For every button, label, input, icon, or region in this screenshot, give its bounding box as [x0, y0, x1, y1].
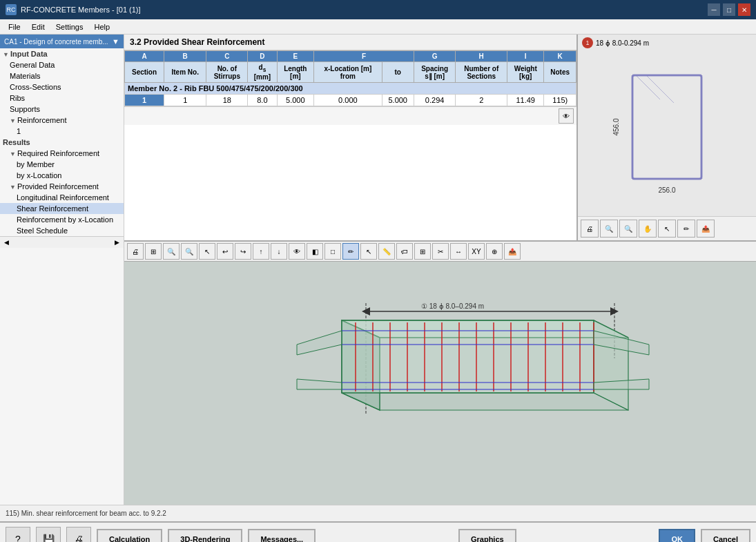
- cell-spacing: 0.294: [414, 95, 456, 106]
- sidebar-dropdown-arrow[interactable]: ▼: [112, 37, 119, 46]
- gt-rotate-left-button[interactable]: ↩: [217, 243, 233, 260]
- svg-text:① 18 ϕ 8.0–0.294 m: ① 18 ϕ 8.0–0.294 m: [421, 302, 484, 310]
- sidebar-item-supports[interactable]: Supports: [0, 104, 124, 115]
- table-row[interactable]: 1 1 18 8.0 5.000 0.000 5.000 0.294 2 11.…: [125, 95, 576, 106]
- col-f-header: F: [314, 51, 414, 62]
- gt-print-button[interactable]: 🖨: [127, 243, 144, 260]
- cancel-button[interactable]: Cancel: [701, 529, 750, 542]
- help-icon-button[interactable]: ?: [6, 527, 30, 542]
- print-icon-button[interactable]: 🖨: [66, 527, 91, 542]
- sidebar-header[interactable]: CA1 - Design of concrete memb... ▼: [0, 35, 124, 48]
- cs-pencil-button[interactable]: ✏: [677, 220, 695, 238]
- gt-zoom-out-button[interactable]: 🔍: [181, 243, 197, 260]
- status-bar: 115) Min. shear reinforcement for beam a…: [0, 505, 756, 521]
- sidebar-item-results[interactable]: Results: [0, 137, 124, 148]
- menu-help[interactable]: Help: [88, 21, 115, 32]
- title-bar: RC RF-CONCRETE Members - [01 (1)] ─ □ ✕: [0, 0, 756, 19]
- gt-pencil-button[interactable]: ✏: [342, 243, 359, 260]
- gt-view-button[interactable]: 👁: [289, 243, 305, 260]
- menu-settings[interactable]: Settings: [50, 21, 89, 32]
- rendering-button[interactable]: 3D-Rendering: [168, 529, 242, 542]
- gt-rotate-right-button[interactable]: ↪: [235, 243, 251, 260]
- calculation-button[interactable]: Calculation: [97, 529, 162, 542]
- sidebar-item-ribs[interactable]: Ribs: [0, 93, 124, 104]
- col-c-header: C: [206, 51, 248, 62]
- cs-export-button[interactable]: 📤: [697, 220, 715, 238]
- data-table: A B C D E F G H I K: [124, 50, 576, 106]
- svg-marker-38: [297, 379, 342, 389]
- sidebar-item-reinforcement-by-x-location[interactable]: Reinforcement by x-Location: [0, 214, 124, 225]
- gt-export2-button[interactable]: 📤: [504, 243, 521, 260]
- scroll-left-button[interactable]: ◀: [1, 238, 12, 246]
- sidebar-item-general-data[interactable]: General Data: [0, 59, 124, 70]
- svg-text:456.0: 456.0: [612, 118, 620, 135]
- gt-section-button[interactable]: ✂: [432, 243, 449, 260]
- maximize-button[interactable]: □: [723, 3, 735, 16]
- gt-label-button[interactable]: 🏷: [396, 243, 413, 260]
- col-i-header: I: [507, 51, 544, 62]
- cs-zoom-in-button[interactable]: 🔍: [600, 220, 618, 238]
- sub-ds: ds[mm]: [248, 62, 277, 83]
- bottom-bar: ? 💾 🖨 Calculation 3D-Rendering Messages.…: [0, 521, 756, 542]
- sidebar-item-by-x-location[interactable]: by x-Location: [0, 170, 124, 181]
- sidebar-item-reinforcement[interactable]: ▼Reinforcement: [0, 115, 124, 126]
- cs-pan-button[interactable]: ✋: [639, 220, 657, 238]
- gt-zoom-in-button[interactable]: 🔍: [163, 243, 180, 260]
- cell-num-sections: 2: [456, 95, 507, 106]
- ok-button[interactable]: OK: [659, 529, 695, 542]
- close-button[interactable]: ✕: [738, 3, 750, 16]
- scroll-right-button[interactable]: ▶: [112, 238, 122, 246]
- cs-drawing: 256.0 456.0: [578, 51, 756, 216]
- sidebar-item-steel-schedule[interactable]: Steel Schedule: [0, 225, 124, 236]
- cs-zoom-out-button[interactable]: 🔍: [619, 220, 637, 238]
- save-icon-button[interactable]: 💾: [36, 527, 61, 542]
- svg-text:256.0: 256.0: [658, 186, 675, 194]
- sidebar-item-reinforcement-1[interactable]: 1: [0, 126, 124, 137]
- sidebar-item-cross-sections[interactable]: Cross-Sections: [0, 81, 124, 93]
- graphics-button[interactable]: Graphics: [458, 529, 516, 542]
- sidebar-dropdown[interactable]: CA1 - Design of concrete memb...: [4, 38, 108, 46]
- messages-button[interactable]: Messages...: [248, 529, 316, 542]
- gt-coord-button[interactable]: XY: [468, 243, 485, 260]
- sidebar-item-shear-reinforcement[interactable]: Shear Reinforcement: [0, 203, 124, 214]
- status-text: 115) Min. shear reinforcement for beam a…: [6, 510, 166, 517]
- sidebar-scroll-controls: ◀ ▶: [0, 236, 124, 248]
- col-h-header: H: [456, 51, 507, 62]
- window-controls[interactable]: ─ □ ✕: [708, 3, 750, 16]
- sub-notes: Notes: [544, 62, 576, 83]
- cross-section-svg: 256.0 456.0: [612, 65, 722, 203]
- cs-print-button[interactable]: 🖨: [581, 220, 599, 238]
- sidebar-item-provided-reinforcement[interactable]: ▼Provided Reinforcement: [0, 181, 124, 192]
- gt-rotate-down-button[interactable]: ↓: [271, 243, 287, 260]
- sidebar-item-longitudinal-reinforcement[interactable]: Longitudinal Reinforcement: [0, 192, 124, 203]
- gt-front-button[interactable]: □: [324, 243, 341, 260]
- table-section: 3.2 Provided Shear Reinforcement A B C D…: [124, 35, 756, 242]
- sidebar: CA1 - Design of concrete memb... ▼ ▼Inpu…: [0, 35, 124, 505]
- col-d-header: D: [248, 51, 277, 62]
- cell-x-from: 0.000: [314, 95, 382, 106]
- sub-item-no: Item No.: [164, 62, 206, 83]
- sub-section: Section: [125, 62, 164, 83]
- gt-grid-button[interactable]: ⊞: [414, 243, 431, 260]
- sidebar-item-by-member[interactable]: by Member: [0, 159, 124, 170]
- gt-select-button[interactable]: ↖: [199, 243, 215, 260]
- cs-select-button[interactable]: ↖: [658, 220, 676, 238]
- menu-file[interactable]: File: [3, 21, 26, 32]
- sidebar-item-input-data[interactable]: ▼Input Data: [0, 48, 124, 59]
- data-table-container: 3.2 Provided Shear Reinforcement A B C D…: [124, 35, 576, 240]
- sidebar-item-required-reinforcement[interactable]: ▼Required Reinforcement: [0, 148, 124, 159]
- svg-marker-37: [297, 331, 342, 355]
- gt-snap-button[interactable]: ⊕: [486, 243, 503, 260]
- minimize-button[interactable]: ─: [708, 3, 720, 16]
- menu-edit[interactable]: Edit: [26, 21, 50, 32]
- gt-rotate-up-button[interactable]: ↑: [253, 243, 269, 260]
- cell-x-to: 5.000: [382, 95, 414, 106]
- gt-side-button[interactable]: ◧: [307, 243, 323, 260]
- gt-dimension-button[interactable]: ↔: [450, 243, 467, 260]
- sidebar-item-materials[interactable]: Materials: [0, 70, 124, 81]
- gt-cursor-button[interactable]: ↖: [360, 243, 377, 260]
- view-toggle-button[interactable]: 👁: [559, 108, 574, 124]
- graphics-canvas[interactable]: ① 18 ϕ 8.0–0.294 m: [124, 262, 756, 505]
- gt-zoom-all-button[interactable]: ⊞: [145, 243, 162, 260]
- gt-measure-button[interactable]: 📏: [378, 243, 395, 260]
